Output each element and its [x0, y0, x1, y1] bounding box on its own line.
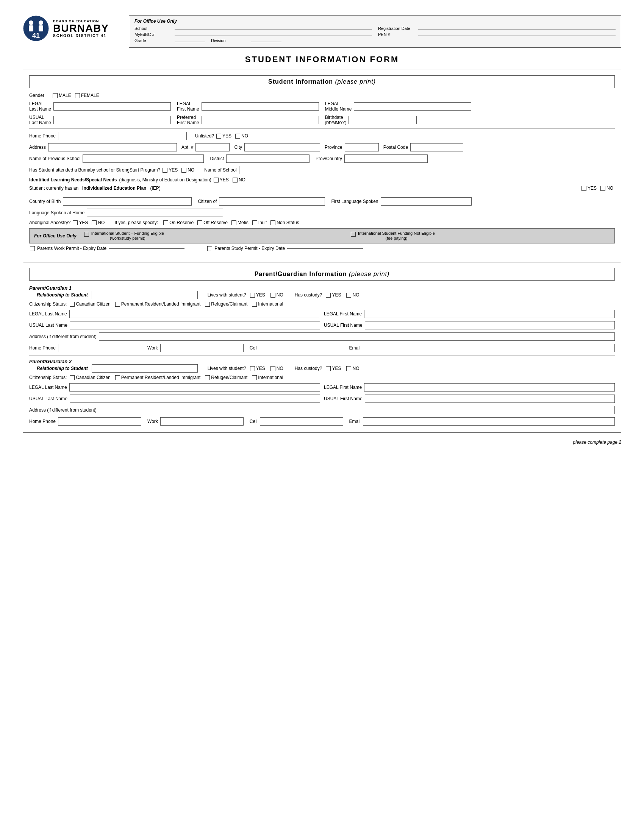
birthdate-input[interactable] [349, 116, 417, 124]
pg1-lives-yes-group[interactable]: YES [250, 292, 265, 298]
pg2-custody-no-group[interactable]: NO [346, 366, 359, 371]
first-lang-input[interactable] [381, 197, 472, 206]
pg1-home-phone-input[interactable] [58, 344, 141, 352]
on-reserve-checkbox[interactable] [163, 220, 168, 225]
unlisted-yes-checkbox[interactable] [216, 133, 221, 138]
pg1-lives-no-group[interactable]: NO [270, 292, 283, 298]
non-status-checkbox[interactable] [270, 220, 275, 225]
lang-home-input[interactable] [87, 209, 223, 217]
pg2-refugee-group[interactable]: Refugee/Claimant [205, 375, 247, 380]
off-reserve-checkbox[interactable] [197, 220, 202, 225]
pg1-lives-no-checkbox[interactable] [270, 293, 275, 298]
apt-input[interactable] [195, 143, 230, 151]
metis-checkbox[interactable] [232, 220, 237, 225]
study-permit-checkbox[interactable] [207, 246, 212, 251]
pg1-relationship-input[interactable] [92, 291, 198, 299]
intl-not-eligible-group[interactable]: International Student Funding Not Eligib… [351, 231, 610, 241]
female-checkbox-group[interactable]: FEMALE [75, 93, 99, 98]
citizen-of-input[interactable] [219, 197, 325, 206]
province-input[interactable] [345, 143, 379, 151]
pg2-usual-first-input[interactable] [365, 394, 615, 403]
inuit-group[interactable]: Inuit [252, 220, 267, 225]
aboriginal-no-checkbox[interactable] [92, 220, 97, 225]
pg1-custody-no-group[interactable]: NO [346, 292, 359, 298]
unlisted-yes-group[interactable]: YES [216, 133, 232, 138]
pg1-international-checkbox[interactable] [252, 302, 257, 307]
work-permit-checkbox[interactable] [30, 246, 35, 251]
burnaby-yes-group[interactable]: YES [163, 167, 178, 173]
name-of-school-input[interactable] [239, 166, 345, 174]
prov-country-input[interactable] [345, 154, 428, 163]
pg2-lives-yes-checkbox[interactable] [250, 366, 255, 371]
pg1-permanent-checkbox[interactable] [115, 302, 120, 307]
iep-no-checkbox[interactable] [601, 186, 605, 191]
pg2-lives-no-group[interactable]: NO [270, 366, 283, 371]
pg1-address-input[interactable] [99, 333, 615, 341]
legal-middle-name-input[interactable] [354, 102, 471, 111]
male-checkbox[interactable] [53, 93, 58, 98]
pg2-canadian-group[interactable]: Canadian Citizen [70, 375, 110, 380]
pg2-email-input[interactable] [363, 417, 615, 426]
legal-last-name-input[interactable] [53, 102, 171, 111]
intl-not-eligible-checkbox[interactable] [351, 232, 356, 236]
preferred-first-name-input[interactable] [201, 116, 319, 124]
usual-last-name-input[interactable] [53, 116, 171, 124]
district-input[interactable] [226, 154, 309, 163]
inuit-checkbox[interactable] [252, 220, 257, 225]
pg2-relationship-input[interactable] [92, 364, 198, 373]
pg2-custody-no-checkbox[interactable] [346, 366, 351, 371]
postal-code-input[interactable] [410, 143, 463, 151]
country-birth-input[interactable] [63, 197, 192, 206]
pg1-legal-last-input[interactable] [69, 310, 320, 318]
pg2-legal-last-input[interactable] [69, 383, 320, 391]
pg2-permanent-checkbox[interactable] [115, 375, 120, 380]
pg2-canadian-checkbox[interactable] [70, 375, 75, 380]
unlisted-no-checkbox[interactable] [235, 133, 240, 138]
pg2-usual-last-input[interactable] [70, 394, 320, 403]
learning-yes-checkbox[interactable] [214, 178, 219, 182]
iep-yes-group[interactable]: YES [581, 185, 597, 191]
pg1-legal-first-input[interactable] [364, 310, 615, 318]
learning-no-group[interactable]: NO [233, 177, 245, 182]
off-reserve-group[interactable]: Off Reserve [197, 220, 228, 225]
burnaby-no-group[interactable]: NO [182, 167, 194, 173]
pg2-cell-input[interactable] [260, 417, 343, 426]
burnaby-yes-checkbox[interactable] [163, 168, 167, 173]
address-input[interactable] [48, 143, 177, 151]
learning-yes-group[interactable]: YES [214, 177, 229, 182]
pg2-work-input[interactable] [160, 417, 243, 426]
pg2-custody-yes-group[interactable]: YES [326, 366, 341, 371]
pg2-home-phone-input[interactable] [58, 417, 141, 426]
iep-yes-checkbox[interactable] [581, 186, 586, 191]
pg1-international-group[interactable]: International [252, 301, 283, 307]
pg2-legal-first-input[interactable] [364, 383, 615, 391]
aboriginal-yes-group[interactable]: YES [73, 220, 88, 225]
legal-first-name-input[interactable] [201, 102, 319, 111]
pg1-custody-yes-checkbox[interactable] [326, 293, 331, 298]
on-reserve-group[interactable]: On Reserve [163, 220, 193, 225]
male-checkbox-group[interactable]: MALE [53, 93, 71, 98]
pg2-international-checkbox[interactable] [252, 375, 257, 380]
pg2-lives-yes-group[interactable]: YES [250, 366, 265, 371]
learning-no-checkbox[interactable] [233, 178, 238, 182]
pg1-refugee-group[interactable]: Refugee/Claimant [205, 301, 247, 307]
pg1-work-input[interactable] [160, 344, 243, 352]
aboriginal-yes-checkbox[interactable] [73, 220, 78, 225]
home-phone-input[interactable] [58, 132, 187, 140]
pg1-canadian-group[interactable]: Canadian Citizen [70, 301, 110, 307]
female-checkbox[interactable] [75, 93, 80, 98]
pg2-international-group[interactable]: International [252, 375, 283, 380]
intl-funding-eligible-checkbox[interactable] [84, 232, 89, 236]
city-input[interactable] [244, 143, 320, 151]
burnaby-no-checkbox[interactable] [182, 168, 187, 173]
metis-group[interactable]: Metis [232, 220, 248, 225]
pg1-custody-yes-group[interactable]: YES [326, 292, 341, 298]
aboriginal-no-group[interactable]: NO [92, 220, 105, 225]
pg1-usual-first-input[interactable] [365, 321, 615, 330]
pg1-usual-last-input[interactable] [70, 321, 320, 330]
pg1-email-input[interactable] [363, 344, 615, 352]
intl-funding-eligible-group[interactable]: International Student – Funding Eligible… [84, 231, 343, 241]
unlisted-no-group[interactable]: NO [235, 133, 248, 138]
pg1-custody-no-checkbox[interactable] [346, 293, 351, 298]
pg2-custody-yes-checkbox[interactable] [326, 366, 331, 371]
